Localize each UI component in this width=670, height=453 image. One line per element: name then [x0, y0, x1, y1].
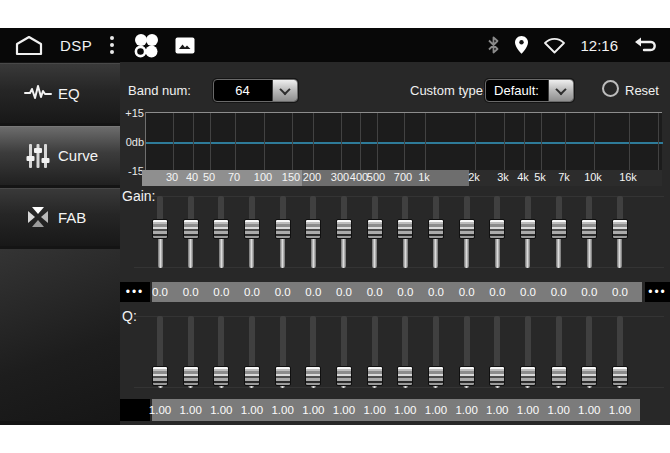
q-slider-thumb[interactable]: [275, 366, 291, 386]
q-value: 1.00: [175, 399, 207, 421]
gain-more-right-button[interactable]: •••: [645, 282, 670, 302]
q-slider-thumb[interactable]: [520, 366, 536, 386]
gain-slider-thumb[interactable]: [275, 219, 291, 239]
gridline: [193, 113, 194, 170]
gain-slider-thumb[interactable]: [152, 219, 168, 239]
gain-value: 0.0: [512, 282, 544, 302]
q-slider[interactable]: [551, 316, 567, 388]
gain-slider[interactable]: [520, 196, 536, 268]
gain-slider-thumb[interactable]: [520, 219, 536, 239]
q-value: 1.00: [359, 399, 391, 421]
band-num-dropdown[interactable]: 64: [213, 79, 298, 102]
q-value: 1.00: [205, 399, 237, 421]
gridline: [594, 113, 595, 170]
q-slider[interactable]: [397, 316, 413, 388]
q-slider[interactable]: [459, 316, 475, 388]
gain-slider-thumb[interactable]: [612, 219, 628, 239]
gain-value: 0.0: [543, 282, 575, 302]
q-slider-thumb[interactable]: [244, 366, 260, 386]
eq-waveform-icon: [24, 79, 52, 107]
q-slider[interactable]: [336, 316, 352, 388]
gain-slider[interactable]: [213, 196, 229, 268]
gain-slider[interactable]: [551, 196, 567, 268]
sidebar-item-curve[interactable]: Curve: [0, 126, 120, 185]
q-value: 1.00: [236, 399, 268, 421]
q-slider-thumb[interactable]: [489, 366, 505, 386]
q-slider-thumb[interactable]: [551, 366, 567, 386]
q-slider-thumb[interactable]: [152, 366, 168, 386]
q-slider[interactable]: [612, 316, 628, 388]
gain-slider-thumb[interactable]: [489, 219, 505, 239]
q-slider-thumb[interactable]: [367, 366, 383, 386]
q-slider[interactable]: [275, 316, 291, 388]
gain-slider-thumb[interactable]: [367, 219, 383, 239]
q-slider[interactable]: [183, 316, 199, 388]
q-slider[interactable]: [244, 316, 260, 388]
sidebar-item-fab[interactable]: FAB: [0, 188, 120, 246]
q-slider[interactable]: [305, 316, 321, 388]
q-slider-thumb[interactable]: [305, 366, 321, 386]
gain-value: 0.0: [389, 282, 421, 302]
apps-clover-icon[interactable]: [132, 32, 159, 59]
reset-label[interactable]: Reset: [625, 83, 659, 98]
gain-slider-thumb[interactable]: [244, 219, 260, 239]
q-slider-thumb[interactable]: [336, 366, 352, 386]
gain-slider[interactable]: [581, 196, 597, 268]
q-slider[interactable]: [152, 316, 168, 388]
q-slider-thumb[interactable]: [612, 366, 628, 386]
gain-value: 0.0: [359, 282, 391, 302]
gain-slider-thumb[interactable]: [336, 219, 352, 239]
q-slider[interactable]: [428, 316, 444, 388]
q-slider[interactable]: [213, 316, 229, 388]
sidebar-item-eq[interactable]: EQ: [0, 63, 120, 123]
q-slider-thumb[interactable]: [397, 366, 413, 386]
q-slider-thumb[interactable]: [428, 366, 444, 386]
home-icon[interactable]: [14, 34, 44, 56]
gain-slider[interactable]: [244, 196, 260, 268]
q-value: 1.00: [328, 399, 360, 421]
reset-radio[interactable]: [602, 80, 619, 97]
q-slider[interactable]: [581, 316, 597, 388]
gain-slider[interactable]: [305, 196, 321, 268]
gain-slider[interactable]: [489, 196, 505, 268]
q-slider-thumb[interactable]: [183, 366, 199, 386]
gain-slider-thumb[interactable]: [551, 219, 567, 239]
gain-slider[interactable]: [336, 196, 352, 268]
chevron-down-icon[interactable]: [548, 80, 573, 101]
gain-slider-thumb[interactable]: [428, 219, 444, 239]
gain-slider[interactable]: [397, 196, 413, 268]
q-slider-thumb[interactable]: [459, 366, 475, 386]
faders-icon: [24, 142, 52, 170]
gain-slider-thumb[interactable]: [581, 219, 597, 239]
gain-slider[interactable]: [152, 196, 168, 268]
custom-type-label: Custom type:: [410, 83, 487, 98]
gain-slider[interactable]: [183, 196, 199, 268]
custom-type-dropdown[interactable]: Default:: [485, 79, 574, 102]
gain-slider[interactable]: [612, 196, 628, 268]
y-axis-label-zero: 0db: [120, 136, 144, 148]
gain-slider[interactable]: [367, 196, 383, 268]
back-icon[interactable]: [632, 35, 660, 55]
gain-slider-thumb[interactable]: [305, 219, 321, 239]
gridline: [210, 113, 211, 170]
gridline: [313, 113, 314, 170]
chevron-down-icon[interactable]: [272, 80, 297, 101]
gain-slider[interactable]: [275, 196, 291, 268]
gain-slider-thumb[interactable]: [459, 219, 475, 239]
q-slider[interactable]: [367, 316, 383, 388]
gain-slider-thumb[interactable]: [397, 219, 413, 239]
gain-slider[interactable]: [459, 196, 475, 268]
q-slider[interactable]: [489, 316, 505, 388]
q-slider-thumb[interactable]: [213, 366, 229, 386]
gridline: [360, 113, 361, 170]
gain-slider-thumb[interactable]: [213, 219, 229, 239]
q-slider[interactable]: [520, 316, 536, 388]
gain-slider[interactable]: [428, 196, 444, 268]
overflow-menu-icon[interactable]: [108, 36, 116, 54]
freq-tick-label: 200: [297, 171, 327, 183]
q-value: 1.00: [481, 399, 513, 421]
freq-tick-label: 10k: [578, 171, 608, 183]
gallery-icon[interactable]: [175, 37, 195, 54]
q-slider-thumb[interactable]: [581, 366, 597, 386]
gain-slider-thumb[interactable]: [183, 219, 199, 239]
